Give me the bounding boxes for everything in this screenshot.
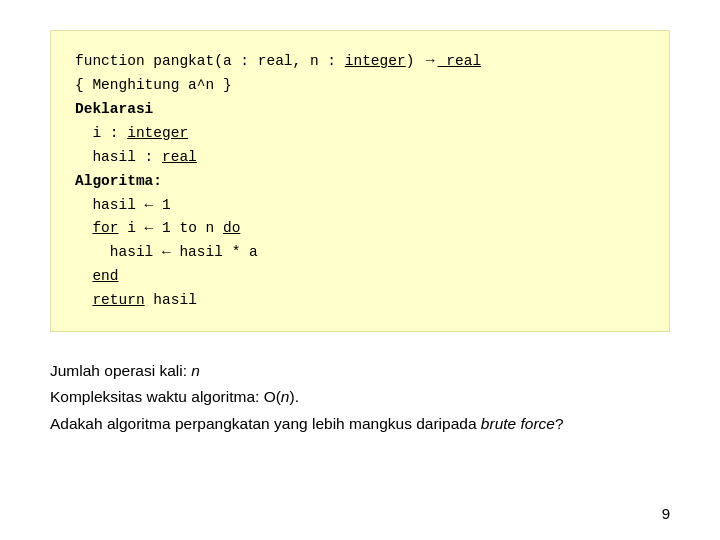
- code-line-10: end: [75, 265, 645, 289]
- code-line-6: Algoritma:: [75, 170, 645, 194]
- description-block: Jumlah operasi kali: n Kompleksitas wakt…: [50, 358, 670, 437]
- code-line-11: return hasil: [75, 289, 645, 313]
- desc-line-2: Kompleksitas waktu algoritma: O(n).: [50, 384, 670, 410]
- code-line-3: Deklarasi: [75, 98, 645, 122]
- desc-line-1: Jumlah operasi kali: n: [50, 358, 670, 384]
- code-line-2: { Menghitung a^n }: [75, 74, 645, 98]
- code-line-9: hasil ← hasil * a: [75, 241, 645, 265]
- code-line-4: i : integer: [75, 122, 645, 146]
- code-line-1: function pangkat(a : real, n : integer) …: [75, 49, 645, 74]
- code-line-7: hasil ← 1: [75, 194, 645, 218]
- desc-line-3: Adakah algoritma perpangkatan yang lebih…: [50, 411, 670, 437]
- code-block: function pangkat(a : real, n : integer) …: [50, 30, 670, 332]
- code-line-5: hasil : real: [75, 146, 645, 170]
- page-number: 9: [662, 505, 670, 522]
- code-line-8: for i ← 1 to n do: [75, 217, 645, 241]
